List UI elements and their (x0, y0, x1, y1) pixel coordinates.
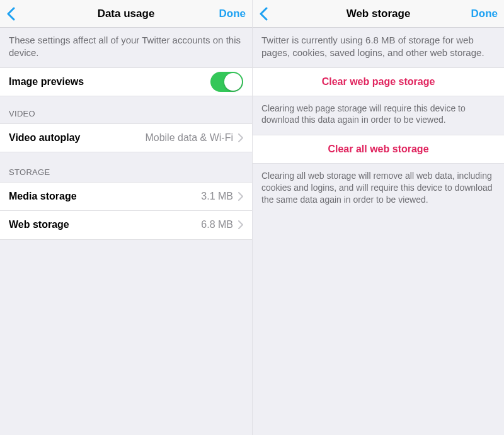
web-storage-value: 6.8 MB (201, 219, 233, 230)
navbar-left: Data usage Done (0, 0, 252, 28)
media-storage-value: 3.1 MB (201, 191, 233, 202)
pane-data-usage: Data usage Done These settings affect al… (0, 0, 252, 435)
done-button[interactable]: Done (219, 8, 246, 20)
video-autoplay-value: Mobile data & Wi-Fi (145, 132, 233, 144)
page-title: Data usage (44, 8, 208, 20)
clear-web-page-note: Clearing web page storage will require t… (253, 96, 504, 135)
page-title: Web storage (297, 8, 460, 20)
storage-group: Media storage 3.1 MB Web storage 6.8 MB (0, 182, 252, 240)
chevron-right-icon (238, 192, 243, 201)
done-button[interactable]: Done (471, 8, 498, 20)
clear-all-web-storage-button[interactable]: Clear all web storage (253, 135, 504, 164)
media-storage-label: Media storage (9, 191, 77, 202)
section-header-storage: STORAGE (0, 152, 252, 182)
back-icon[interactable] (259, 7, 268, 21)
description-text: Twitter is currently using 6.8 MB of sto… (253, 28, 504, 67)
image-previews-label: Image previews (9, 76, 84, 88)
cell-video-autoplay[interactable]: Video autoplay Mobile data & Wi-Fi (0, 123, 252, 152)
pane-web-storage: Web storage Done Twitter is currently us… (252, 0, 504, 435)
cell-image-previews[interactable]: Image previews (0, 67, 252, 96)
navbar-right: Web storage Done (253, 0, 504, 28)
clear-web-page-storage-button[interactable]: Clear web page storage (253, 67, 504, 96)
description-text: These settings affect all of your Twitte… (0, 28, 252, 67)
chevron-right-icon (238, 220, 243, 229)
web-storage-label: Web storage (9, 219, 69, 230)
cell-web-storage[interactable]: Web storage 6.8 MB (0, 211, 252, 240)
toggle-knob (224, 73, 242, 91)
chevron-right-icon (238, 133, 243, 142)
clear-all-web-note: Clearing all web storage will remove all… (253, 164, 504, 215)
section-header-video: VIDEO (0, 96, 252, 123)
video-autoplay-label: Video autoplay (9, 132, 81, 144)
image-previews-toggle[interactable] (210, 72, 243, 92)
back-icon[interactable] (6, 7, 15, 21)
cell-media-storage[interactable]: Media storage 3.1 MB (0, 182, 252, 211)
clear-web-page-storage-label: Clear web page storage (322, 76, 435, 88)
clear-all-web-storage-label: Clear all web storage (328, 144, 428, 155)
